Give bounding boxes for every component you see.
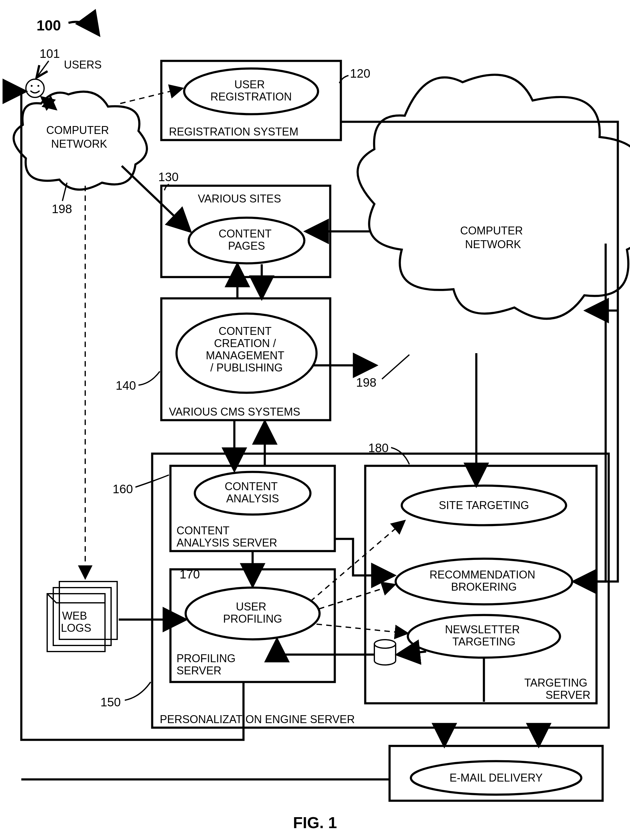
database-icon (374, 639, 396, 665)
arrow-cloud-contentpages (122, 166, 190, 231)
svg-point-1 (31, 85, 33, 87)
svg-point-0 (26, 79, 44, 98)
svg-text:CONTENT
    PAGES: CONTENT PAGES (219, 227, 274, 252)
cms-label: VARIOUS CMS SYSTEMS (169, 406, 300, 418)
arrow-reg-reco (341, 122, 618, 581)
figure-caption: FIG. 1 (293, 814, 337, 832)
ref-140: 140 (116, 379, 136, 392)
registration-system-box: REGISTRATION SYSTEM USER REGISTRATION (161, 61, 341, 140)
rb-l1: RECOMMENDATION (430, 568, 535, 581)
pers-engine-label: PERSONALIZATION ENGINE SERVER (160, 713, 355, 726)
various-sites-box: VARIOUS SITES CONTENT PAGES (161, 186, 330, 277)
ref-150-leader (125, 682, 151, 700)
ref-101-leader (36, 61, 49, 77)
site-targeting-label: SITE TARGETING (439, 499, 529, 512)
user-reg-line1: USER (234, 78, 265, 91)
up-l1: USER (236, 600, 266, 613)
ref-160: 160 (113, 482, 133, 496)
web-logs-icon: WEB LOGS (47, 581, 117, 652)
ca-l2: ANALYSIS (226, 492, 279, 505)
arrow-db-profiling (277, 639, 374, 655)
ref-198-leader-right (382, 355, 410, 379)
cms-box: VARIOUS CMS SYSTEMS CONTENT CREATION / M… (161, 298, 330, 420)
email-delivery-label: E-MAIL DELIVERY (449, 772, 543, 784)
arrow-news-db (397, 652, 426, 655)
svg-text:USER
    PROFILING: USER PROFILING (223, 600, 282, 625)
nl-l2: TARGETING (452, 635, 515, 648)
svg-text:RECOMMENDATION
    BROKERING: RECOMMENDATION BROKERING (430, 568, 538, 593)
cms-l4: / PUBLISHING (210, 362, 283, 374)
targeting-server-box: TARGETING SERVER SITE TARGETING RECOMMEN… (365, 466, 597, 703)
ca-l1: CONTENT (225, 480, 277, 493)
wl-l2: LOGS (61, 622, 91, 634)
arrow-prof-reco (319, 584, 395, 609)
arrow-prof-news (317, 624, 408, 633)
cloud-network-left: COMPUTER NETWORK (14, 92, 147, 189)
profiling-server-box: PROFILING SERVER USER PROFILING (170, 569, 335, 682)
content-pages-l1: CONTENT (219, 227, 271, 240)
cloud2-line2: NETWORK (465, 238, 521, 251)
diagram-canvas: 100 101 USERS COMPUTER NETWORK 198 COMPU… (0, 0, 630, 840)
svg-text:CONTENT
    ANALYSIS SERVER: CONTENT ANALYSIS SERVER (176, 524, 277, 549)
arrow-prof-site (310, 521, 405, 601)
wl-l1: WEB (62, 609, 87, 622)
ref-180: 180 (368, 441, 389, 455)
cloud2-line1: COMPUTER (460, 224, 523, 237)
up-l2: PROFILING (223, 613, 282, 625)
cloud-network-right: COMPUTER NETWORK (358, 75, 630, 319)
svg-text:USER
    REGISTRATION: USER REGISTRATION (210, 78, 291, 103)
ps-l1: PROFILING (176, 652, 236, 665)
ref-100: 100 (36, 17, 61, 33)
svg-text:WEB
    LOGS: WEB LOGS (61, 609, 91, 634)
cloud1-line1: COMPUTER (46, 124, 109, 136)
svg-text:COMPUTER
    NETWORK: COMPUTER NETWORK (460, 224, 526, 251)
ref-180-leader (391, 448, 410, 464)
svg-text:TARGETING
    SERVER: TARGETING SERVER (524, 676, 591, 701)
svg-text:COMPUTER
    NETWORK: COMPUTER NETWORK (46, 124, 112, 150)
ref-101: 101 (39, 47, 60, 60)
svg-point-22 (374, 639, 396, 648)
cms-l1: CONTENT (219, 325, 271, 337)
rb-l2: BROKERING (451, 581, 517, 593)
ref-140-leader (139, 371, 160, 385)
ref-198-left: 198 (52, 202, 72, 216)
various-sites-label: VARIOUS SITES (198, 193, 281, 205)
ts-l1: TARGETING (524, 676, 587, 689)
svg-text:CONTENT
    ANALYSIS: CONTENT ANALYSIS (225, 480, 280, 505)
svg-text:NEWSLETTER
    TARGETING: NEWSLETTER TARGETING (445, 623, 523, 648)
svg-point-2 (38, 85, 39, 87)
cas-l1: CONTENT (176, 524, 230, 537)
ref-170: 170 (180, 567, 200, 581)
arrow-user-cloud (41, 97, 56, 110)
ref-100-hook (68, 22, 99, 35)
ref-130: 130 (158, 170, 179, 183)
svg-text:CONTENT
    CREATION /
    MAN: CONTENT CREATION / MANAGEMENT / PUBLISHI… (206, 325, 287, 374)
email-delivery-box: E-MAIL DELIVERY (389, 746, 603, 801)
content-analysis-server-box: CONTENT ANALYSIS SERVER CONTENT ANALYSIS (170, 466, 335, 551)
cms-l3: MANAGEMENT (206, 349, 284, 362)
registration-system-label: REGISTRATION SYSTEM (169, 125, 298, 138)
cms-l2: CREATION / (214, 337, 276, 349)
nl-l1: NEWSLETTER (445, 623, 520, 636)
ps-l2: SERVER (176, 664, 221, 677)
svg-text:PROFILING
    SERVER: PROFILING SERVER (176, 652, 239, 677)
ts-l2: SERVER (546, 689, 591, 701)
user-icon (26, 79, 44, 98)
ref-150: 150 (101, 695, 121, 709)
ref-120: 120 (350, 67, 370, 80)
arrow-cloud-registration (120, 88, 183, 104)
content-pages-l2: PAGES (228, 240, 265, 252)
users-label: USERS (64, 58, 102, 71)
cas-l2: ANALYSIS SERVER (176, 537, 277, 549)
ref-198-right: 198 (356, 376, 376, 389)
cloud1-line2: NETWORK (51, 137, 107, 150)
user-reg-line2: REGISTRATION (210, 90, 291, 103)
